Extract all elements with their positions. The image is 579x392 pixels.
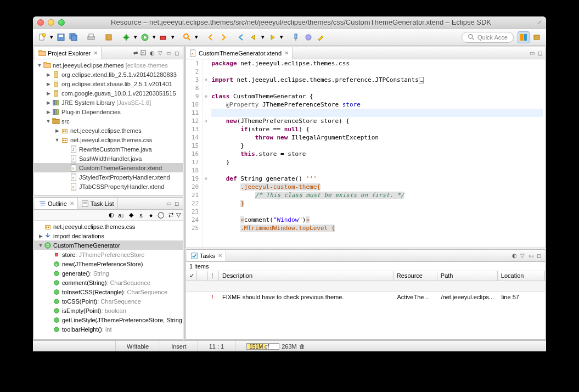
outline-tab[interactable]: Outline ✕ [35, 198, 78, 209]
link-button[interactable]: ⇄ [166, 211, 175, 220]
twisty-icon[interactable]: ▶ [45, 99, 52, 106]
col-complete[interactable]: ✓ [186, 271, 197, 281]
forward-button[interactable] [266, 31, 278, 43]
new-button[interactable] [36, 31, 48, 43]
focus-button[interactable]: ◐ [510, 252, 518, 260]
close-icon[interactable]: ✕ [218, 253, 222, 259]
col-resource[interactable]: Resource [394, 271, 437, 281]
run-button[interactable] [139, 31, 151, 43]
sort-button[interactable]: a↓ [117, 211, 126, 220]
code-editor[interactable]: 1238910111213141516171819202122232425 ⊕⊖… [186, 59, 545, 248]
outline-item[interactable]: toolbarHeight() : int [34, 324, 183, 334]
maximize-view-button[interactable]: ◻ [536, 49, 544, 57]
tree-item[interactable]: JSashWidthHandler.java [34, 154, 183, 163]
save-all-button[interactable] [68, 31, 80, 43]
col-path[interactable]: Path [437, 271, 498, 281]
twisty-icon[interactable]: ▼ [36, 62, 43, 69]
tree-item[interactable]: XJStyledTextPropertyHandler.xtend [34, 172, 183, 182]
view-menu-button[interactable]: ▽ [519, 252, 526, 260]
twisty-icon[interactable] [63, 183, 69, 190]
task-row[interactable]: !FIXME should have to check previous the… [186, 292, 545, 302]
outline-item[interactable]: ▶import declarations [34, 231, 183, 240]
focus-task-button[interactable]: ◐ [148, 49, 156, 57]
annotation-prev-button[interactable] [205, 31, 217, 43]
tree-item[interactable]: ▶Plug-in Dependencies [34, 107, 183, 116]
hide-fields-button[interactable]: ◆ [127, 211, 136, 220]
maximize-view-button[interactable]: ◻ [173, 49, 181, 57]
hide-nonpublic-button[interactable]: ● [147, 211, 155, 220]
task-focus-button[interactable] [302, 31, 314, 43]
hide-static-button[interactable]: s [137, 211, 145, 220]
tree-item[interactable]: ▶com.google.guava_10.0.1.v201203051515 [34, 88, 183, 98]
perspective-resource-button[interactable] [518, 31, 530, 43]
back-button[interactable] [248, 31, 260, 43]
minimize-view-button[interactable]: ▭ [165, 200, 172, 208]
highlight-button[interactable] [315, 31, 327, 43]
editor-tab[interactable]: X CustomThemeGenerator.xtend ✕ [186, 47, 293, 59]
tree-item[interactable]: ▶net.jeeeyul.eclipse.themes [34, 126, 183, 135]
print-button[interactable] [85, 31, 97, 43]
minimize-view-button[interactable]: ▭ [528, 49, 536, 57]
outline-item[interactable]: comment(String) : CharSequence [34, 278, 183, 287]
annotation-next-button[interactable] [217, 31, 229, 43]
last-edit-button[interactable] [235, 31, 247, 43]
new-dropdown[interactable]: ▾ [49, 31, 54, 43]
tasks-body[interactable]: !FIXME should have to check previous the… [186, 292, 545, 339]
outline-item[interactable]: cnew(JThemePreferenceStore) [34, 259, 183, 268]
twisty-icon[interactable]: ▼ [54, 137, 60, 143]
gc-button[interactable]: 🗑 [299, 343, 305, 350]
expand-icon[interactable]: ⤢ [537, 19, 542, 25]
outline-item[interactable]: generate() : String [34, 268, 183, 278]
col-description[interactable]: Description [219, 271, 394, 281]
minimize-view-button[interactable]: ▭ [527, 252, 535, 260]
outline-item[interactable]: store : JThemePreferenceStore [34, 250, 183, 259]
outline-item[interactable]: net.jeeeyul.eclipse.themes.css [34, 222, 183, 231]
tree-item[interactable]: ▼net.jeeeyul.eclipse.themes.css [34, 135, 183, 144]
twisty-icon[interactable]: ▼ [45, 118, 52, 125]
pin-button[interactable] [290, 31, 302, 43]
build-button[interactable] [103, 31, 115, 43]
ext-tools-dropdown[interactable]: ▾ [170, 31, 176, 43]
minimize-icon[interactable] [48, 19, 54, 26]
task-list-tab[interactable]: Task List [78, 198, 118, 209]
tree-item[interactable]: ▶JRE System Library [JavaSE-1.6] [34, 98, 183, 107]
tasks-filter-input[interactable] [219, 283, 545, 290]
maximize-view-button[interactable]: ◻ [173, 200, 181, 208]
outline-item[interactable]: isEmpty(Point) : boolean [34, 306, 183, 315]
twisty-icon[interactable]: ▶ [45, 81, 52, 87]
link-editor-button[interactable]: ⇄ [132, 49, 139, 57]
debug-button[interactable] [120, 31, 132, 43]
focus-button[interactable]: ◐ [107, 211, 116, 220]
search-button[interactable] [181, 31, 193, 43]
search-dropdown[interactable]: ▾ [194, 31, 199, 43]
col-priority[interactable]: ! [208, 271, 219, 281]
twisty-icon[interactable] [63, 174, 69, 181]
outline-tree[interactable]: net.jeeeyul.eclipse.themes.css▶import de… [34, 221, 183, 339]
maximize-icon[interactable] [58, 19, 65, 26]
twisty-icon[interactable] [63, 146, 69, 153]
col-location[interactable]: Location [498, 271, 545, 281]
twisty-icon[interactable]: ▶ [45, 71, 52, 78]
run-dropdown[interactable]: ▾ [151, 31, 157, 43]
minimize-view-button[interactable]: ▭ [165, 49, 172, 57]
tree-item[interactable]: ▶org.eclipse.xtext.xbase.lib_2.5.1.v2014… [34, 79, 183, 88]
project-explorer-tab[interactable]: Project Explorer ✕ [35, 47, 102, 59]
back-dropdown[interactable]: ▾ [260, 31, 266, 43]
tree-item[interactable]: ▼net.jeeeyul.eclipse.themes [eclipse-the… [34, 60, 183, 70]
outline-item[interactable]: ▼CCustomThemeGenerator [34, 240, 183, 250]
outline-item[interactable]: toCSS(Point) : CharSequence [34, 296, 183, 306]
twisty-icon[interactable]: ▶ [45, 109, 52, 115]
outline-item[interactable]: getLineStyle(JThemePreferenceStore, Stri… [34, 315, 183, 324]
ext-tools-button[interactable] [158, 31, 170, 43]
col-blank[interactable] [197, 271, 208, 281]
view-menu-button[interactable]: ▽ [156, 49, 164, 57]
tree-item[interactable]: JRewriteCustomTheme.java [34, 144, 183, 154]
close-icon[interactable]: ✕ [70, 200, 74, 206]
twisty-icon[interactable] [63, 165, 69, 171]
close-icon[interactable]: ✕ [93, 50, 98, 56]
twisty-icon[interactable]: ▶ [54, 127, 60, 134]
close-icon[interactable]: ✕ [284, 50, 289, 56]
perspective-java-button[interactable] [531, 31, 543, 43]
tasks-tab[interactable]: Tasks ✕ [187, 250, 226, 261]
tree-item[interactable]: ▶org.eclipse.xtend.lib_2.5.1.v2014012808… [34, 70, 183, 79]
